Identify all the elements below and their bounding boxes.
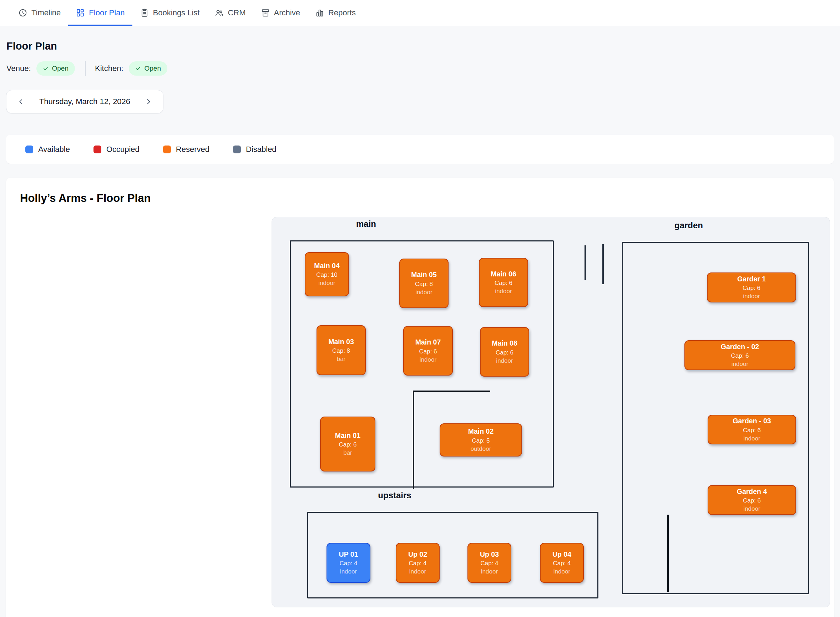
kitchen-status-badge: Open [129, 61, 167, 75]
venue-status-badge: Open [36, 61, 75, 75]
table-garden-03[interactable]: Garden - 03Cap: 6indoor [708, 415, 796, 444]
tab-label: Bookings List [153, 8, 200, 18]
table-main-08[interactable]: Main 08Cap: 6indoor [480, 327, 529, 376]
archive-box-icon [261, 8, 270, 18]
table-capacity: Cap: 8 [332, 347, 350, 355]
legend-item-available: Available [25, 145, 70, 154]
table-main-05[interactable]: Main 05Cap: 8indoor [399, 258, 448, 308]
status-bar: Venue: Open Kitchen: Open [6, 61, 167, 76]
table-name: Main 08 [492, 339, 518, 348]
table-main-06[interactable]: Main 06Cap: 6indoor [479, 258, 528, 307]
floor-plan-title: Holly’s Arms - Floor Plan [20, 192, 151, 205]
tab-timeline[interactable]: Timeline [11, 0, 68, 26]
room-label-upstairs: upstairs [378, 490, 411, 500]
prev-day-button[interactable] [14, 95, 28, 108]
table-up-04[interactable]: Up 04Cap: 4indoor [540, 543, 584, 583]
legend-label: Available [38, 145, 70, 154]
table-main-02[interactable]: Main 02Cap: 5outdoor [440, 423, 522, 456]
table-name: Up 02 [408, 550, 427, 559]
table-capacity: Cap: 10 [316, 271, 337, 279]
table-capacity: Cap: 6 [731, 352, 749, 360]
table-main-07[interactable]: Main 07Cap: 6indoor [403, 326, 453, 376]
legend-label: Occupied [106, 145, 139, 154]
table-up-02[interactable]: Up 02Cap: 4indoor [396, 543, 440, 583]
table-name: Main 07 [416, 338, 441, 347]
floor-plan-card: Holly’s Arms - Floor Plan maingardenupst… [6, 178, 834, 617]
table-type: indoor [743, 435, 760, 443]
current-date-label: Thursday, March 12, 2026 [39, 97, 130, 106]
kitchen-label: Kitchen: [95, 64, 123, 73]
table-type: indoor [496, 357, 513, 365]
check-icon [135, 66, 141, 71]
top-nav: TimelineFloor PlanBookings ListCRMArchiv… [0, 0, 840, 26]
check-icon [43, 66, 49, 71]
table-capacity: Cap: 6 [742, 284, 760, 292]
table-main-04[interactable]: Main 04Cap: 10indoor [305, 252, 349, 297]
venue-status-text: Open [52, 65, 68, 72]
table-capacity: Cap: 5 [472, 437, 490, 445]
table-type: bar [343, 449, 352, 457]
table-type: indoor [340, 568, 357, 576]
legend-label: Disabled [246, 145, 277, 154]
table-type: indoor [416, 289, 432, 297]
legend-swatch-disabled [233, 146, 241, 154]
table-type: indoor [553, 568, 570, 576]
table-name: Garder 1 [737, 275, 766, 283]
interior-wall [667, 515, 669, 592]
floor-plan-grid-icon [75, 8, 85, 18]
table-garder-1[interactable]: Garder 1Cap: 6indoor [707, 273, 796, 303]
clock-icon [18, 8, 28, 18]
table-type: bar [337, 355, 346, 363]
chevron-left-icon [17, 98, 25, 106]
date-navigator: Thursday, March 12, 2026 [6, 90, 163, 114]
table-name: Garden - 02 [721, 342, 759, 351]
kitchen-status-text: Open [145, 65, 161, 72]
room-label-main: main [356, 219, 376, 229]
table-name: Main 01 [335, 431, 361, 440]
table-name: Garden - 03 [733, 416, 771, 425]
tab-label: Archive [274, 8, 300, 18]
legend-swatch-reserved [163, 146, 171, 154]
table-name: UP 01 [339, 550, 358, 559]
table-name: Main 03 [328, 337, 354, 346]
table-type: indoor [732, 360, 748, 368]
tab-reports[interactable]: Reports [308, 0, 363, 26]
next-day-button[interactable] [142, 95, 155, 108]
legend-label: Reserved [176, 145, 210, 154]
table-name: Main 02 [468, 427, 494, 436]
table-capacity: Cap: 4 [553, 559, 571, 567]
tab-label: Timeline [31, 8, 61, 18]
tab-bookings-list[interactable]: Bookings List [132, 0, 207, 26]
door-marker [584, 245, 586, 280]
chevron-right-icon [145, 98, 152, 106]
table-name: Garden 4 [737, 487, 767, 496]
interior-wall [413, 391, 490, 392]
room-label-garden: garden [674, 220, 703, 230]
tab-crm[interactable]: CRM [207, 0, 253, 26]
divider [85, 61, 86, 76]
table-name: Main 04 [314, 261, 340, 270]
page-title: Floor Plan [6, 40, 57, 52]
legend-item-disabled: Disabled [233, 145, 277, 154]
clipboard-icon [140, 8, 149, 18]
table-capacity: Cap: 8 [415, 280, 433, 288]
table-garden-02[interactable]: Garden - 02Cap: 6indoor [685, 340, 796, 370]
bar-chart-icon [315, 8, 324, 18]
table-main-01[interactable]: Main 01Cap: 6bar [320, 416, 376, 471]
interior-wall [413, 391, 414, 489]
table-capacity: Cap: 6 [339, 441, 356, 449]
table-type: indoor [481, 568, 498, 576]
tab-label: CRM [228, 8, 245, 18]
table-up-03[interactable]: Up 03Cap: 4indoor [467, 543, 511, 583]
legend-swatch-occupied [93, 146, 101, 154]
table-capacity: Cap: 4 [408, 559, 426, 567]
table-main-03[interactable]: Main 03Cap: 8bar [316, 325, 366, 375]
table-capacity: Cap: 4 [339, 559, 357, 567]
tab-floor-plan[interactable]: Floor Plan [68, 0, 132, 26]
table-up-01[interactable]: UP 01Cap: 4indoor [327, 543, 370, 583]
table-garden-4[interactable]: Garden 4Cap: 6indoor [708, 485, 796, 515]
tab-archive[interactable]: Archive [253, 0, 308, 26]
legend-swatch-available [25, 146, 33, 154]
table-capacity: Cap: 6 [743, 497, 761, 505]
table-capacity: Cap: 6 [495, 349, 513, 357]
